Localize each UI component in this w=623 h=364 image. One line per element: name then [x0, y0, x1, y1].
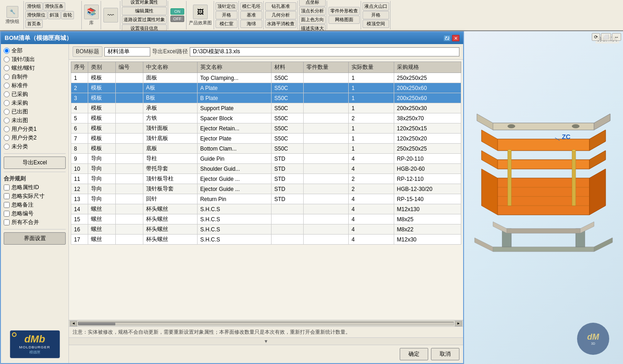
radio-user1[interactable]: 用户分类1	[4, 125, 66, 133]
radio-user1-input[interactable]	[4, 126, 10, 132]
radio-ejector[interactable]: 顶针/顶出	[4, 56, 66, 63]
toolbar-btn-incline[interactable]: 斜顶	[48, 11, 61, 19]
toolbar-icon-off[interactable]: OFF	[170, 16, 184, 22]
toolbar-icon-product[interactable]: 🖼	[193, 5, 208, 19]
table-row[interactable]: 13导向回针Return PinSTD4RP-15-140	[71, 194, 461, 204]
col-header-number: 编号	[115, 62, 143, 73]
radio-all-input[interactable]	[4, 48, 10, 54]
toolbar-btn-teeth[interactable]: 齿轮	[61, 11, 74, 19]
radio-user2-input[interactable]	[4, 135, 10, 141]
radio-user2[interactable]: 用户分类2	[4, 134, 66, 142]
toolbar-btn-road-settings[interactable]: 道路设置过属性对象	[122, 16, 167, 24]
table-row[interactable]: 12导向顶针板导套Ejector Guide ...STD2HGB-12-30/…	[71, 184, 461, 194]
toolbar-btn-slider-limit[interactable]: 滑快限位	[25, 11, 47, 19]
radio-drawn-input[interactable]	[4, 109, 10, 115]
toolbar-btn-drill-base[interactable]: 钻孔基准	[265, 2, 296, 11]
toolbar-btn-top-space[interactable]: 模顶空间	[362, 20, 389, 28]
toolbar-btn-open-grid[interactable]: 开格	[362, 11, 389, 19]
view-ctrl-2[interactable]: ⬜	[601, 33, 611, 41]
radio-standard-input[interactable]	[4, 83, 10, 89]
table-row[interactable]: 16螺丝杯头螺丝S.H.C.S4M8x22	[71, 224, 461, 235]
radio-not-drawn[interactable]: 未出图	[4, 117, 66, 124]
radio-screw-input[interactable]	[4, 65, 10, 71]
table-row[interactable]: 7模板顶针底板Ejector PlateS50C1120x250x20	[71, 134, 461, 144]
dialog-restore-btn[interactable]: 🗘	[443, 35, 451, 41]
toolbar-icon-mill[interactable]: 🔧	[6, 6, 18, 18]
radio-standard[interactable]: 标准件	[4, 82, 66, 90]
toolbar-btn-sea[interactable]: 海绵	[240, 20, 262, 28]
table-row[interactable]: 1模板面板Top Clamping...S50C1250x250x25	[71, 73, 461, 83]
dialog-close-btn[interactable]: ✕	[452, 35, 459, 41]
toolbar-btn-ejector-pos[interactable]: 顶针定位	[215, 2, 238, 11]
view-ctrl-3[interactable]: ↔	[612, 33, 621, 41]
excel-path-input[interactable]	[190, 47, 459, 56]
view-ctrl-1[interactable]: ⟳	[592, 33, 600, 41]
confirm-btn[interactable]: 确定	[400, 348, 428, 360]
radio-not-purchased[interactable]: 未采购	[4, 99, 66, 107]
radio-ejector-input[interactable]	[4, 56, 10, 62]
checkbox-ignore-attr-id[interactable]: 忽略属性ID	[4, 184, 66, 191]
toolbar-btn-base[interactable]: 基准	[240, 11, 262, 19]
toolbar-btn-geo-analysis[interactable]: 几何分析	[265, 11, 296, 19]
interface-settings-btn[interactable]: 界面设置	[4, 232, 66, 245]
checkbox-ignore-remarks[interactable]: 忽略备注	[4, 201, 66, 209]
cb-ignore-actual-size[interactable]	[4, 193, 10, 199]
checkbox-ignore-actual-size[interactable]: 忽略实际尺寸	[4, 192, 66, 200]
toolbar-btn-set-attr[interactable]: 设置对象属性	[122, 0, 167, 6]
table-row[interactable]: 15螺丝杯头螺丝S.H.C.S4M8x25	[71, 214, 461, 224]
table-row[interactable]: 6模板顶针面板Ejector Retain...S50C1120x250x15	[71, 123, 461, 134]
toolbar-btn-coord[interactable]: 点坐标	[299, 0, 326, 6]
table-row[interactable]: 2模板A板A PlateS50C1200x250x60	[71, 83, 461, 93]
radio-drawn[interactable]: 已出图	[4, 108, 66, 116]
toolbar-btn-slider-quick[interactable]: 滑快组	[25, 2, 43, 11]
radio-unclassified-input[interactable]	[4, 144, 10, 150]
toolbar-btn-waterway[interactable]: 水路平消检查	[265, 20, 296, 28]
scroll-down-indicator[interactable]: ▼	[69, 337, 463, 345]
toolbar-icon-wave[interactable]: 〰	[103, 8, 118, 22]
radio-purchased-input[interactable]	[4, 91, 10, 97]
toolbar-btn-page[interactable]: 首页条	[25, 20, 43, 28]
export-excel-btn[interactable]: 导出Excel	[4, 157, 66, 169]
logo-area: dMb MOLDBURGER 模德匣	[4, 328, 66, 360]
horizontal-scrollbar[interactable]: ◄ ►	[69, 320, 463, 326]
toolbar-btn-room[interactable]: 模仁室	[215, 20, 238, 28]
toolbar-btn-face-dir[interactable]: 面上色方向	[299, 16, 326, 24]
radio-all[interactable]: 全部	[4, 47, 66, 55]
checkbox-no-merge[interactable]: 所有不合并	[4, 218, 66, 226]
bom-title-input[interactable]	[104, 47, 150, 56]
table-row[interactable]: 11导向顶针板导柱Ejector Guide ...STD2RP-12-110	[71, 174, 461, 184]
toolbar-btn-slider-strip[interactable]: 滑快压条	[43, 2, 65, 11]
table-row[interactable]: 4模板承板Support PlateS50C1200x250x30	[71, 103, 461, 113]
table-row[interactable]: 3模板B板B PlateS50C1200x250x60	[71, 93, 461, 103]
toolbar-btn-vertex-analysis[interactable]: 顶点长分析	[299, 7, 326, 15]
toolbar-btn-mold-blank[interactable]: 模仁毛坯	[240, 2, 262, 11]
table-row[interactable]: 8模板底板Bottom Clam...S50C1250x250x25	[71, 144, 461, 154]
checkbox-ignore-number[interactable]: 忽略编号	[4, 210, 66, 218]
table-row[interactable]: 5模板方铁Spacer BlockS50C238x250x70	[71, 113, 461, 123]
radio-not-drawn-input[interactable]	[4, 118, 10, 123]
radio-screw[interactable]: 螺丝/螺钉	[4, 64, 66, 72]
toolbar-icon-library[interactable]: 📚	[84, 5, 99, 19]
table-row[interactable]: 14螺丝杯头螺丝S.H.C.S4M12x130	[71, 204, 461, 214]
toolbar-btn-fire[interactable]: 液点火山口	[362, 2, 389, 11]
table-row[interactable]: 10导向带托导套Shoulder Guid...STD4HGB-20-60	[71, 164, 461, 174]
radio-unclassified[interactable]: 未分类	[4, 143, 66, 151]
radio-not-purchased-input[interactable]	[4, 100, 10, 106]
toolbar-btn-vent[interactable]: 开格	[215, 11, 238, 19]
toolbar-btn-project-info[interactable]: 设置项目信息	[122, 24, 167, 32]
radio-custom-input[interactable]	[4, 74, 10, 80]
radio-custom[interactable]: 自制件	[4, 73, 66, 81]
toolbar-btn-edit-attr[interactable]: 编辑属性	[122, 7, 167, 15]
cb-ignore-attr-id[interactable]	[4, 185, 10, 190]
radio-purchased[interactable]: 已采购	[4, 90, 66, 98]
table-row[interactable]: 17螺丝杯头螺丝S.H.C.S4M12x30	[71, 235, 461, 245]
cb-ignore-remarks[interactable]	[4, 202, 10, 208]
toolbar-icon-on[interactable]: ON	[170, 8, 184, 15]
cb-no-merge[interactable]	[4, 219, 10, 225]
table-row[interactable]: 9导向导柱Guide PinSTD4RP-20-110	[71, 154, 461, 164]
cb-ignore-number[interactable]	[4, 211, 10, 217]
toolbar-btn-grid-check[interactable]: 网格图面	[328, 16, 360, 24]
cancel-btn[interactable]: 取消	[431, 348, 459, 360]
toolbar-btn-describe[interactable]: 描述实体大	[299, 24, 326, 32]
toolbar-btn-part-inspect[interactable]: 零件外形检查	[328, 7, 360, 15]
